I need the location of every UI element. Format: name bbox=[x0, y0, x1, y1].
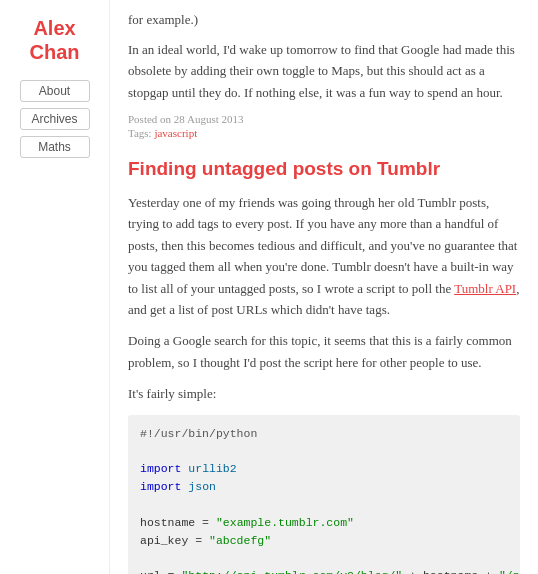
nav-about[interactable]: About bbox=[20, 80, 90, 102]
code-block: #!/usr/bin/python import urllib2 import … bbox=[128, 415, 520, 574]
second-post-body1: Yesterday one of my friends was going th… bbox=[128, 192, 520, 321]
first-post-tags: Tags: javascript bbox=[128, 127, 520, 139]
nav-archives[interactable]: Archives bbox=[20, 108, 90, 130]
second-post-body3: It's fairly simple: bbox=[128, 383, 520, 404]
sidebar: Alex Chan About Archives Maths bbox=[0, 0, 110, 574]
tumblr-api-link[interactable]: Tumblr API bbox=[454, 281, 516, 296]
nav-maths[interactable]: Maths bbox=[20, 136, 90, 158]
tag-javascript[interactable]: javascript bbox=[154, 127, 197, 139]
main-content: for example.) In an ideal world, I'd wak… bbox=[110, 0, 538, 574]
tags-label: Tags: bbox=[128, 127, 154, 139]
first-post-date: Posted on 28 August 2013 bbox=[128, 113, 520, 125]
second-post-body2: Doing a Google search for this topic, it… bbox=[128, 330, 520, 373]
second-post-title: Finding untagged posts on Tumblr bbox=[128, 157, 520, 182]
blog-title: Alex Chan bbox=[10, 16, 99, 64]
first-post-body: In an ideal world, I'd wake up tomorrow … bbox=[128, 39, 520, 103]
intro-text: for example.) bbox=[128, 10, 520, 31]
